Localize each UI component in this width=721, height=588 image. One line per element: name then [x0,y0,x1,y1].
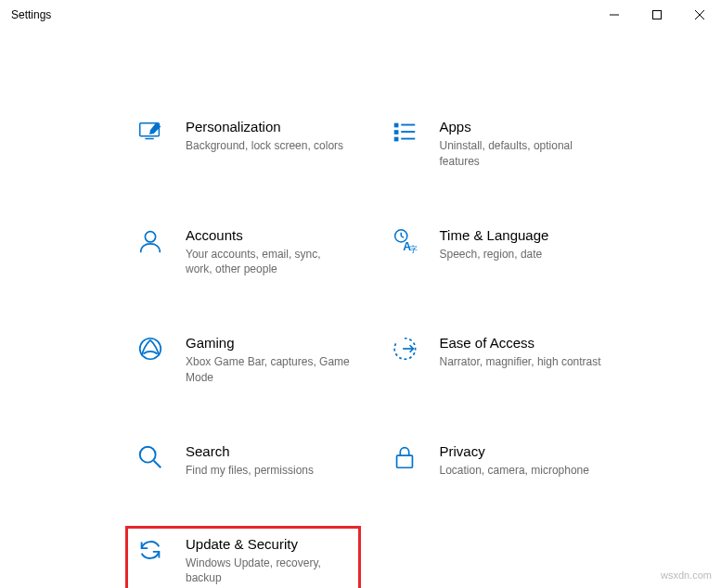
category-desc: Narrator, magnifier, high contrast [440,354,605,370]
update-security-icon [135,536,165,566]
category-desc: Speech, region, date [440,247,605,262]
category-apps[interactable]: Apps Uninstall, defaults, optional featu… [384,113,611,175]
category-search[interactable]: Search Find my files, permissions [130,438,356,484]
time-language-icon: A 字 [390,227,419,257]
window-controls [593,0,721,30]
svg-rect-22 [396,455,412,467]
window-title: Settings [11,8,51,21]
minimize-button[interactable] [593,0,636,30]
category-text: Gaming Xbox Game Bar, captures, Game Mod… [186,335,351,386]
close-button[interactable] [678,0,721,30]
svg-rect-8 [393,137,398,142]
category-gaming[interactable]: Gaming Xbox Game Bar, captures, Game Mod… [130,329,356,391]
category-title: Apps [440,119,605,134]
settings-categories-grid: Personalization Background, lock screen,… [0,30,721,588]
category-text: Ease of Access Narrator, magnifier, high… [440,335,605,386]
svg-rect-7 [393,130,398,134]
category-desc: Uninstall, defaults, optional features [440,138,605,170]
category-update-security[interactable]: Update & Security Windows Update, recove… [125,526,361,588]
maximize-button[interactable] [636,0,678,30]
category-title: Update & Security [186,536,351,552]
category-desc: Xbox Game Bar, captures, Game Mode [186,354,351,386]
category-text: Accounts Your accounts, email, sync, wor… [186,227,351,278]
titlebar: Settings [0,0,721,30]
category-text: Search Find my files, permissions [186,443,351,479]
svg-rect-1 [653,11,662,19]
svg-rect-10 [401,131,415,133]
category-accounts[interactable]: Accounts Your accounts, email, sync, wor… [130,222,356,284]
svg-point-18 [140,339,161,360]
category-desc: Location, camera, microphone [440,463,605,479]
search-icon [135,443,165,473]
category-text: Time & Language Speech, region, date [440,227,605,278]
svg-rect-11 [401,138,415,140]
category-desc: Background, lock screen, colors [186,138,351,154]
personalization-icon [135,119,165,148]
category-privacy[interactable]: Privacy Location, camera, microphone [384,438,611,484]
svg-line-15 [401,236,404,237]
category-title: Time & Language [440,227,605,243]
svg-text:字: 字 [408,245,417,254]
svg-rect-9 [401,124,415,126]
category-title: Privacy [440,443,605,459]
category-desc: Your accounts, email, sync, work, other … [186,247,351,278]
gaming-icon [135,335,165,364]
category-text: Update & Security Windows Update, recove… [186,536,351,587]
category-text: Apps Uninstall, defaults, optional featu… [440,119,605,170]
watermark: wsxdn.com [661,569,712,581]
category-title: Gaming [186,335,351,351]
svg-point-20 [140,447,156,463]
privacy-icon [390,443,419,473]
category-personalization[interactable]: Personalization Background, lock screen,… [130,113,356,175]
category-time-language[interactable]: A 字 Time & Language Speech, region, date [384,222,611,284]
ease-of-access-icon [390,335,419,364]
category-desc: Find my files, permissions [186,463,351,479]
svg-rect-6 [393,123,398,128]
category-title: Accounts [186,227,351,243]
category-ease-of-access[interactable]: Ease of Access Narrator, magnifier, high… [384,329,611,391]
category-title: Search [186,443,351,459]
category-title: Ease of Access [440,335,605,351]
category-text: Privacy Location, camera, microphone [440,443,605,479]
svg-point-12 [145,231,155,241]
accounts-icon [135,227,165,257]
category-title: Personalization [186,119,351,134]
category-text: Personalization Background, lock screen,… [186,119,351,170]
svg-line-21 [154,461,161,468]
category-desc: Windows Update, recovery, backup [186,556,351,587]
apps-icon [390,119,419,148]
